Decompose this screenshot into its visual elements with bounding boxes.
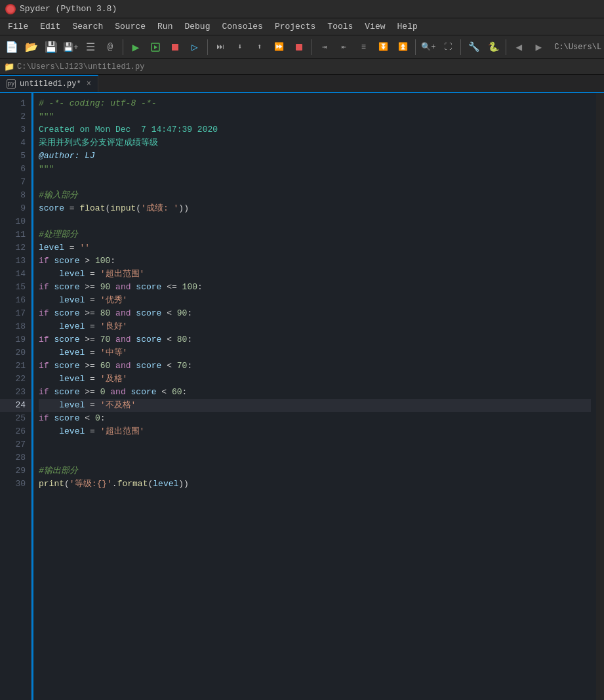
line-number-24: 24 bbox=[0, 399, 31, 412]
line-number-21: 21 bbox=[0, 360, 31, 373]
tools-button[interactable]: 🔧 bbox=[464, 38, 483, 56]
step-out-button[interactable]: ⬆ bbox=[251, 38, 269, 56]
line-number-18: 18 bbox=[0, 320, 31, 333]
toggle-comment-button[interactable]: ≡ bbox=[354, 38, 372, 56]
code-line-11: #处理部分 bbox=[39, 228, 591, 241]
svg-marker-1 bbox=[154, 45, 157, 49]
code-line-7 bbox=[39, 176, 591, 189]
debug-button[interactable]: ▷ bbox=[186, 38, 204, 56]
svg-rect-3 bbox=[296, 44, 302, 51]
line-number-3: 3 bbox=[0, 123, 31, 136]
menu-item-search[interactable]: Search bbox=[67, 20, 108, 33]
menu-item-consoles[interactable]: Consoles bbox=[216, 20, 268, 33]
line-number-1: 1 bbox=[0, 97, 31, 110]
code-area[interactable]: # -*- coding: utf-8 -*-"""Created on Mon… bbox=[31, 93, 596, 700]
forward-button[interactable]: ▶ bbox=[529, 38, 548, 56]
code-line-4: 采用并列式多分支评定成绩等级 bbox=[39, 136, 591, 150]
toolbar-sep-4 bbox=[415, 39, 416, 55]
menu-item-view[interactable]: View bbox=[359, 20, 390, 33]
breadcrumb-path[interactable]: C:\Users\LJ123\untitled1.py bbox=[17, 62, 144, 72]
maximize-button[interactable]: ⛶ bbox=[439, 38, 457, 56]
save-file-button[interactable]: 💾 bbox=[42, 38, 60, 56]
code-line-5: @author: LJ bbox=[39, 150, 591, 163]
line-number-11: 11 bbox=[0, 228, 31, 241]
tab-close-button[interactable]: × bbox=[87, 79, 91, 89]
at-button[interactable]: @ bbox=[101, 38, 119, 56]
line-number-14: 14 bbox=[0, 268, 31, 281]
code-line-15: if score >= 90 and score <= 100: bbox=[39, 281, 591, 294]
tab-untitled1[interactable]: py untitled1.py* × bbox=[0, 75, 98, 92]
stop-button[interactable] bbox=[166, 38, 184, 56]
save-all-button[interactable]: 💾+ bbox=[62, 38, 80, 56]
menu-item-projects[interactable]: Projects bbox=[270, 20, 321, 33]
unindent-button[interactable]: ⇤ bbox=[335, 38, 353, 56]
new-file-button[interactable]: 📄 bbox=[3, 38, 21, 56]
code-line-27 bbox=[39, 438, 591, 451]
line-number-27: 27 bbox=[0, 438, 31, 451]
code-line-24: level = '不及格' bbox=[39, 399, 591, 412]
back-button[interactable]: ◀ bbox=[510, 38, 528, 56]
line-number-8: 8 bbox=[0, 189, 31, 202]
line-number-25: 25 bbox=[0, 412, 31, 425]
line-number-30: 30 bbox=[0, 478, 31, 491]
breadcrumb-bar: 📁 C:\Users\LJ123\untitled1.py bbox=[0, 59, 604, 75]
editor-area: 1234567891011121314151617181920212223242… bbox=[0, 93, 604, 700]
code-line-6: """ bbox=[39, 163, 591, 176]
code-line-19: if score >= 70 and score < 80: bbox=[39, 333, 591, 346]
toolbar: 📄 📂 💾 💾+ ☰ @ ▶ ▷ ⏭ ⬇ ⬆ ⏩ ⇥ ⇤ ≡ ⏬ ⏫ 🔍+ bbox=[0, 35, 604, 59]
line-number-4: 4 bbox=[0, 136, 31, 150]
code-line-18: level = '良好' bbox=[39, 320, 591, 333]
code-line-9: score = float(input('成绩: ')) bbox=[39, 202, 591, 215]
toolbar-sep-5 bbox=[460, 39, 461, 55]
toolbar-sep-3 bbox=[312, 39, 312, 55]
menu-item-source[interactable]: Source bbox=[110, 20, 151, 33]
line-numbers: 1234567891011121314151617181920212223242… bbox=[0, 93, 31, 700]
open-file-button[interactable]: 📂 bbox=[22, 38, 41, 56]
toolbar-sep-6 bbox=[506, 39, 506, 55]
line-number-6: 6 bbox=[0, 163, 31, 176]
svg-rect-2 bbox=[172, 44, 178, 51]
line-number-2: 2 bbox=[0, 110, 31, 123]
menu-item-help[interactable]: Help bbox=[392, 20, 423, 33]
code-line-3: Created on Mon Dec 7 14:47:39 2020 bbox=[39, 123, 591, 136]
preferences-button[interactable]: ☰ bbox=[81, 38, 100, 56]
menu-item-run[interactable]: Run bbox=[152, 20, 178, 33]
step-into-button[interactable]: ⬇ bbox=[231, 38, 249, 56]
code-line-10 bbox=[39, 215, 591, 228]
python-button[interactable]: 🐍 bbox=[484, 38, 502, 56]
menu-item-tools[interactable]: Tools bbox=[322, 20, 358, 33]
line-number-15: 15 bbox=[0, 281, 31, 294]
stop-debug-button[interactable] bbox=[290, 38, 308, 56]
menu-item-file[interactable]: File bbox=[3, 20, 33, 33]
code-line-13: if score > 100: bbox=[39, 255, 591, 268]
title-bar: Spyder (Python 3.8) bbox=[0, 0, 604, 18]
code-line-20: level = '中等' bbox=[39, 346, 591, 360]
path-display: C:\Users\L bbox=[554, 43, 601, 52]
line-number-23: 23 bbox=[0, 386, 31, 399]
prev-section-button[interactable]: ⏫ bbox=[393, 38, 412, 56]
indent-button[interactable]: ⇥ bbox=[315, 38, 334, 56]
code-line-16: level = '优秀' bbox=[39, 294, 591, 307]
next-section-button[interactable]: ⏬ bbox=[374, 38, 392, 56]
line-number-26: 26 bbox=[0, 425, 31, 438]
code-line-23: if score >= 0 and score < 60: bbox=[39, 386, 591, 399]
menu-item-edit[interactable]: Edit bbox=[35, 20, 66, 33]
code-line-30: print('等级:{}'.format(level)) bbox=[39, 478, 591, 491]
menu-item-debug[interactable]: Debug bbox=[179, 20, 215, 33]
code-line-8: #输入部分 bbox=[39, 189, 591, 202]
code-line-14: level = '超出范围' bbox=[39, 268, 591, 281]
line-number-5: 5 bbox=[0, 150, 31, 163]
run-config-button[interactable] bbox=[146, 38, 165, 56]
tab-file-icon: py bbox=[7, 79, 16, 89]
code-line-22: level = '及格' bbox=[39, 373, 591, 386]
run-button[interactable]: ▶ bbox=[127, 38, 145, 56]
continue-button[interactable]: ⏩ bbox=[270, 38, 289, 56]
menu-bar: FileEditSearchSourceRunDebugConsolesProj… bbox=[0, 18, 604, 35]
toolbar-sep-2 bbox=[207, 39, 208, 55]
line-number-16: 16 bbox=[0, 294, 31, 307]
line-number-10: 10 bbox=[0, 215, 31, 228]
zoom-in-button[interactable]: 🔍+ bbox=[419, 38, 437, 56]
folder-icon: 📁 bbox=[4, 62, 14, 72]
step-over-button[interactable]: ⏭ bbox=[211, 38, 230, 56]
tab-label: untitled1.py* bbox=[20, 79, 81, 89]
